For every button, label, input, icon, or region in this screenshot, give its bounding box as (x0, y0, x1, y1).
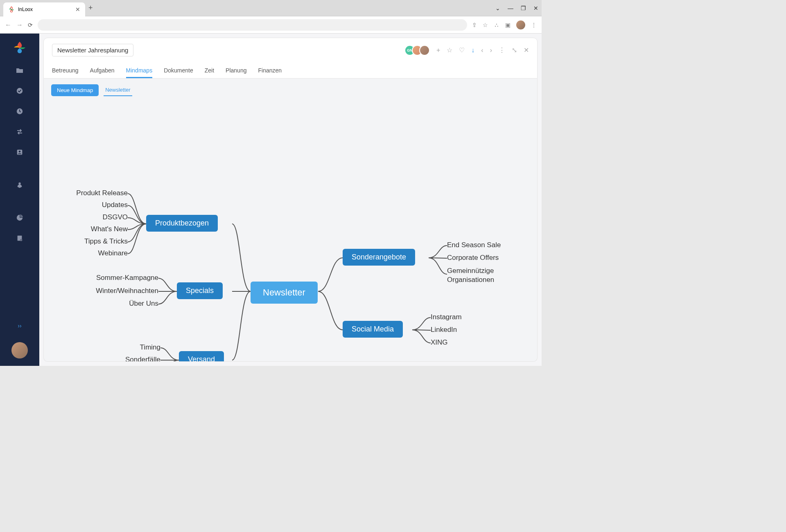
tab-zeit[interactable]: Zeit (205, 64, 214, 78)
transfer-icon[interactable] (16, 128, 24, 136)
download-icon[interactable]: ↓ (471, 47, 474, 54)
panel-icon[interactable]: ▣ (505, 22, 510, 28)
member-avatars[interactable]: GN (404, 45, 430, 56)
leaf-item[interactable]: Über Uns (129, 300, 158, 308)
leaf-item[interactable]: Webinare (98, 249, 128, 257)
leaf-item[interactable]: DSGVO (103, 213, 128, 221)
leaf-item[interactable]: Updates (102, 201, 128, 209)
leaf-item[interactable]: Produkt Release (76, 189, 128, 197)
tab-finanzen[interactable]: Finanzen (258, 64, 282, 78)
app-logo[interactable] (13, 41, 26, 54)
mindmap-root[interactable]: Newsletter (251, 282, 318, 304)
svg-text:i: i (21, 239, 21, 241)
close-panel-icon[interactable]: ✕ (524, 46, 529, 54)
add-member-icon[interactable]: + (436, 47, 440, 54)
branch-versand[interactable]: Versand (179, 351, 224, 362)
project-tabs: Betreuung Aufgaben Mindmaps Dokumente Ze… (52, 64, 529, 78)
leaf-item[interactable]: Tipps & Tricks (84, 237, 128, 246)
leaf-item[interactable]: Corporate Offers (447, 254, 499, 262)
main-panel: Newsletter Jahresplanung GN + ☆ ♡ ↓ ‹ › … (39, 34, 542, 366)
forward-icon[interactable]: → (16, 21, 23, 29)
star-icon[interactable]: ☆ (447, 46, 452, 54)
browser-profile-avatar[interactable] (516, 20, 525, 29)
branch-social-media[interactable]: Social Media (343, 321, 403, 338)
prev-icon[interactable]: ‹ (481, 47, 483, 54)
browser-toolbar: ← → ⟳ ⇪ ☆ ⛬ ▣ ⋮ (0, 16, 542, 34)
browser-tab-bar: InLoox ✕ + ⌄ — ❐ ✕ (0, 0, 542, 16)
reload-icon[interactable]: ⟳ (28, 22, 33, 28)
clock-icon[interactable] (16, 107, 24, 115)
pie-chart-icon[interactable] (16, 214, 24, 222)
tab-planung[interactable]: Planung (226, 64, 246, 78)
leaf-item[interactable]: Sonderfälle (125, 356, 160, 362)
leaf-item[interactable]: Gemeinnützige Organisationen (447, 266, 508, 284)
tab-close-icon[interactable]: ✕ (75, 6, 80, 13)
contacts-icon[interactable] (16, 148, 24, 156)
leaf-item[interactable]: Sommer-Kampagne (96, 274, 158, 282)
share-icon[interactable]: ⇪ (472, 22, 477, 28)
star-icon[interactable]: ☆ (483, 22, 488, 28)
more-icon[interactable]: ⋮ (499, 46, 505, 54)
leaf-item[interactable]: Timing (140, 343, 160, 352)
leaf-item[interactable]: XING (431, 338, 448, 347)
avatar-badge[interactable] (419, 45, 430, 56)
svg-point-4 (18, 183, 20, 185)
person-pin-icon[interactable] (16, 181, 24, 189)
leaf-item[interactable]: Instagram (431, 313, 462, 321)
minimize-icon[interactable]: — (508, 5, 513, 11)
back-icon[interactable]: ← (5, 21, 11, 29)
user-avatar[interactable] (11, 342, 28, 358)
svg-point-3 (19, 151, 21, 153)
maximize-icon[interactable]: ❐ (521, 5, 526, 11)
url-bar[interactable] (38, 19, 467, 31)
menu-icon[interactable]: ⋮ (531, 22, 537, 28)
branch-specials[interactable]: Specials (177, 282, 223, 299)
leaf-label: Gemeinnützige Organisationen (447, 266, 508, 284)
leaf-item[interactable]: What's New (91, 225, 128, 233)
new-tab-button[interactable]: + (88, 4, 93, 12)
leaf-item[interactable]: End Season Sale (447, 241, 501, 249)
close-window-icon[interactable]: ✕ (533, 5, 538, 11)
folder-icon[interactable] (16, 66, 24, 74)
tab-title: InLoox (18, 7, 72, 12)
collapse-icon[interactable]: ⤡ (512, 46, 517, 54)
next-icon[interactable]: › (490, 47, 492, 54)
check-circle-icon[interactable] (16, 87, 24, 95)
tab-mindmaps[interactable]: Mindmaps (126, 64, 153, 78)
expand-sidebar-icon[interactable]: ›› (18, 322, 21, 329)
project-header: Newsletter Jahresplanung GN + ☆ ♡ ↓ ‹ › … (43, 38, 538, 79)
report-icon[interactable]: i (16, 234, 24, 242)
bell-icon[interactable]: ♡ (459, 46, 465, 54)
subtab-newsletter[interactable]: Newsletter (104, 84, 132, 96)
tab-aufgaben[interactable]: Aufgaben (90, 64, 115, 78)
tab-dokumente[interactable]: Dokumente (164, 64, 193, 78)
project-title[interactable]: Newsletter Jahresplanung (52, 44, 133, 56)
chevron-down-icon[interactable]: ⌄ (495, 5, 500, 11)
tab-betreuung[interactable]: Betreuung (52, 64, 79, 78)
window-controls: ⌄ — ❐ ✕ (495, 5, 538, 11)
leaf-item[interactable]: LinkedIn (431, 326, 457, 334)
mindmap-canvas[interactable]: Newsletter Produktbezogen Specials Versa… (44, 103, 537, 361)
favicon (8, 6, 15, 13)
content-area: Neue Mindmap Newsletter (43, 79, 538, 362)
branch-produktbezogen[interactable]: Produktbezogen (146, 215, 218, 232)
svg-point-0 (17, 88, 23, 94)
app-root: i ›› Newsletter Jahresplanung GN + ☆ ♡ ↓… (0, 34, 542, 366)
browser-tab[interactable]: InLoox ✕ (3, 2, 85, 16)
new-mindmap-button[interactable]: Neue Mindmap (51, 84, 99, 96)
extensions-icon[interactable]: ⛬ (494, 22, 499, 28)
leaf-item[interactable]: Winter/Weihnachten (96, 287, 158, 295)
branch-sonderangebote[interactable]: Sonderangebote (343, 249, 415, 266)
sidebar: i ›› (0, 34, 39, 366)
